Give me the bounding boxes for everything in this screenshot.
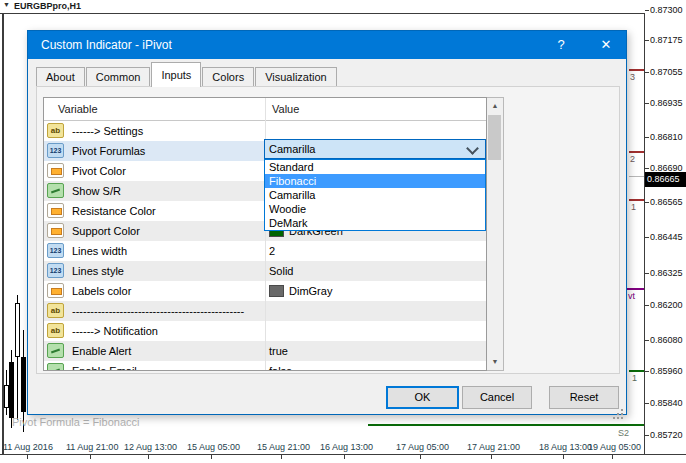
header-variable: Variable: [58, 98, 98, 120]
dropdown-option[interactable]: DeMark: [265, 216, 485, 230]
dropdown-option[interactable]: Fibonacci: [265, 174, 485, 188]
row-value[interactable]: false: [269, 361, 292, 371]
price-axis-tick: [645, 10, 649, 11]
color-type-icon: [47, 203, 64, 218]
time-axis-tick: [148, 455, 149, 459]
pivot-formulas-combobox[interactable]: Camarilla: [264, 139, 486, 159]
price-axis-label: 0.85720: [650, 430, 683, 440]
time-axis-label: 12 Aug 13:00: [124, 442, 177, 452]
time-axis-label: 11 Aug 21:00: [66, 442, 118, 452]
scrollbar-thumb[interactable]: [488, 115, 501, 160]
candle-body: [21, 357, 26, 412]
price-axis-label: 0.86445: [650, 232, 683, 242]
time-axis-label: 15 Aug 05:00: [187, 442, 240, 452]
r3-line: [629, 69, 644, 71]
current-price-badge: 0.86665: [645, 172, 686, 187]
indicator-comment: Pivot Formula = Fibonacci: [12, 416, 139, 428]
table-scrollbar[interactable]: ▲ ▼: [487, 97, 504, 371]
scroll-up-icon[interactable]: ▲: [487, 98, 503, 114]
scroll-down-icon[interactable]: ▼: [487, 354, 503, 370]
price-axis-tick: [645, 237, 649, 238]
r2-line: [629, 151, 644, 153]
price-axis-tick: [645, 435, 649, 436]
candle-body: [9, 362, 14, 418]
reset-button[interactable]: Reset: [549, 386, 619, 409]
color-swatch: [269, 285, 284, 297]
price-axis-tick: [645, 72, 649, 73]
row-variable-name: ----------------------------------------…: [72, 301, 244, 321]
combobox-value: Camarilla: [269, 143, 315, 155]
neutral-line: [629, 176, 644, 177]
price-axis-tick: [645, 103, 649, 104]
dialog-titlebar[interactable]: Custom Indicator - iPivot ? ✕: [28, 31, 626, 59]
row-value[interactable]: 2: [269, 241, 275, 261]
candle-body: [15, 303, 20, 357]
price-axis-tick: [645, 340, 649, 341]
tab-about[interactable]: About: [36, 67, 85, 87]
price-axis-label: 0.85840: [650, 398, 683, 408]
price-axis-tick: [645, 137, 649, 138]
row-variable-name: Labels color: [72, 281, 131, 301]
price-axis-label: 0.87055: [650, 67, 683, 77]
tab-colors[interactable]: Colors: [202, 67, 254, 87]
price-axis-label: 0.86935: [650, 98, 683, 108]
tab-visualization[interactable]: Visualization: [255, 67, 337, 87]
ab-type-icon: ab: [47, 303, 64, 318]
color-type-icon: [47, 223, 64, 238]
help-button[interactable]: ?: [546, 31, 576, 59]
123-type-icon: 123: [47, 243, 64, 258]
row-variable-name: Enable Email: [72, 361, 137, 371]
price-axis-tick: [645, 371, 649, 372]
price-axis-label: 0.86080: [650, 335, 683, 345]
price-axis-label: 0.87300: [650, 5, 683, 15]
row-variable-name: Enable Alert: [72, 341, 131, 361]
bool-type-icon: [47, 343, 64, 358]
ab-type-icon: ab: [47, 123, 64, 138]
row-value[interactable]: DimGray: [269, 281, 332, 301]
time-axis-label: 18 Aug 13:00: [539, 442, 592, 452]
r3-label: 3: [630, 72, 635, 82]
r1-label: 1: [631, 202, 636, 212]
dropdown-option[interactable]: Standard: [265, 160, 485, 174]
price-axis-tick: [645, 273, 649, 274]
bool-type-icon: [47, 183, 64, 198]
s1-line: [629, 370, 644, 372]
close-icon[interactable]: ✕: [591, 31, 621, 59]
price-axis-label: 0.86810: [650, 132, 683, 142]
row-value[interactable]: Solid: [269, 261, 293, 281]
row-variable-name: Resistance Color: [72, 201, 156, 221]
color-type-icon: [47, 283, 64, 298]
time-axis-label: 11 Aug 2016: [3, 442, 53, 452]
ab-type-icon: ab: [47, 323, 64, 338]
bool-type-icon: [47, 363, 64, 371]
row-variable-name: Support Color: [72, 221, 140, 241]
chart-top-border: [0, 13, 644, 14]
123-type-icon: 123: [47, 143, 64, 158]
time-axis-tick: [281, 455, 282, 459]
tab-common[interactable]: Common: [86, 67, 151, 87]
time-axis-tick: [27, 455, 28, 459]
row-variable-name: Lines width: [72, 241, 127, 261]
symbol-dropdown-icon[interactable]: ▼: [3, 1, 10, 8]
time-axis-label: 15 Aug 21:00: [257, 442, 310, 452]
price-axis-tick: [645, 305, 649, 306]
header-value: Value: [272, 98, 299, 120]
row-value[interactable]: true: [269, 341, 288, 361]
time-axis-tick: [90, 455, 91, 459]
resize-grip[interactable]: [621, 409, 623, 411]
chevron-down-icon[interactable]: [466, 142, 479, 155]
time-axis-label: 19 Aug 05:00: [588, 442, 641, 452]
dropdown-option[interactable]: Woodie: [265, 202, 485, 216]
dropdown-option[interactable]: Camarilla: [265, 188, 485, 202]
cancel-button[interactable]: Cancel: [462, 386, 532, 409]
time-axis-tick: [612, 455, 613, 459]
ok-button[interactable]: OK: [386, 386, 459, 409]
color-type-icon: [47, 163, 64, 178]
tab-inputs[interactable]: Inputs: [151, 62, 201, 87]
price-axis-line: [644, 13, 645, 455]
time-axis-tick: [491, 455, 492, 459]
r1-line: [629, 199, 644, 201]
price-axis-label: 0.86200: [650, 300, 683, 310]
time-axis-line: [0, 454, 686, 455]
row-variable-name: Pivot Forumlas: [72, 141, 145, 161]
